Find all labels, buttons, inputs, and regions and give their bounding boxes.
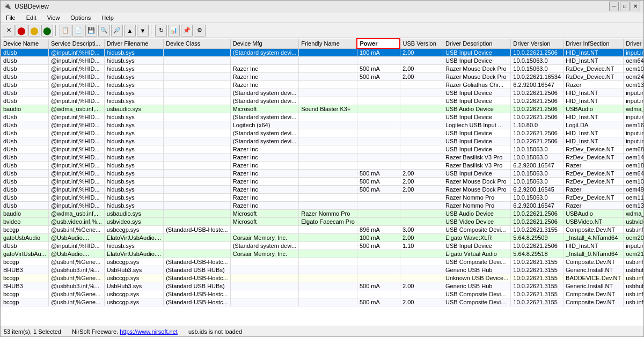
toolbar-pin[interactable]: 📌	[181, 25, 193, 36]
maximize-button[interactable]: □	[620, 2, 630, 11]
table-row[interactable]: BHUB3@usbhub3.inf,%...UsbHub3.sys(Standa…	[1, 282, 644, 290]
table-row[interactable]: bccgp@usb.inf,%Gene...usbccgp.sys(Standa…	[1, 290, 644, 298]
toolbar-up[interactable]: ▲	[124, 25, 136, 36]
col-driver-infsection[interactable]: Driver InfSection	[564, 39, 624, 48]
table-row[interactable]: dUsb@input.inf,%HID...hidusb.sys(Standar…	[1, 129, 644, 137]
table-cell: input.inf	[624, 129, 643, 137]
toolbar-chart[interactable]: 📊	[168, 25, 180, 36]
col-device-name[interactable]: Device Name	[1, 39, 49, 48]
menu-options[interactable]: Options	[67, 14, 94, 21]
table-cell: @input.inf,%HID...	[48, 81, 104, 89]
table-cell: dUsb	[1, 65, 49, 73]
table-row[interactable]: dUsb@input.inf,%HID...hidusb.sysLogitech…	[1, 121, 644, 129]
toolbar-copy[interactable]: 📋	[60, 25, 71, 36]
col-device-class[interactable]: Device Class	[164, 39, 231, 48]
table-row[interactable]: dUsb@input.inf,%HID...hidusb.sys(Standar…	[1, 137, 644, 145]
table-cell: hidusb.sys	[104, 48, 163, 57]
col-driver-version[interactable]: Driver Version	[511, 39, 564, 48]
table-cell: (Standard-USB-Hostc...	[164, 290, 231, 298]
table-row[interactable]: bccgp@usb.inf,%Gene...usbccgp.sys(Standa…	[1, 274, 644, 282]
table-row[interactable]: dUsb@input.inf,%HID...hidusb.sysRazer In…	[1, 145, 644, 153]
table-cell: dUsb	[1, 97, 49, 105]
table-cell	[299, 258, 357, 266]
table-row[interactable]: dUsb@input.inf,%HID...hidusb.sysRazer In…	[1, 81, 644, 89]
table-cell: 10.0.22621.3155	[511, 266, 564, 274]
table-cell: Razer Inc	[230, 194, 299, 202]
toolbar-refresh[interactable]: ↻	[155, 25, 167, 36]
table-row[interactable]: bccgp@usb.inf,%Gene...usbccgp.sys(Standa…	[1, 258, 644, 266]
table-cell: USB Audio Device	[443, 210, 510, 218]
menu-view[interactable]: View	[44, 14, 63, 21]
table-cell: Razer Mouse Dock Pro	[443, 186, 510, 194]
table-row[interactable]: dUsb@input.inf,%HID...hidusb.sysRazer In…	[1, 202, 644, 210]
table-cell: USB Input Device	[443, 113, 510, 121]
table-row[interactable]: bccgp@usb.inf,%Gene...usbccgp.sys(Standa…	[1, 298, 644, 306]
table-cell: Microsoft	[230, 210, 299, 218]
table-row[interactable]: dUsb@input.inf,%HID...hidusb.sysRazer In…	[1, 170, 644, 178]
table-row[interactable]: dUsb@input.inf,%HID...hidusb.sysRazer In…	[1, 162, 644, 170]
table-cell: Razer	[564, 81, 624, 89]
table-cell: RzDev_Device.NT	[564, 145, 624, 153]
col-driver-infpath[interactable]: Driver InfPath	[624, 39, 643, 48]
table-cell: (Standard system devi...	[230, 129, 299, 137]
table-row[interactable]: dUsb@input.inf,%HID...hidusb.sys(Standar…	[1, 242, 644, 250]
col-power[interactable]: Power	[357, 39, 400, 48]
table-cell: dUsb	[1, 153, 49, 162]
col-usb-version[interactable]: USB Version	[400, 39, 443, 48]
device-table-container[interactable]: Device Name Service Descripti... Driver …	[1, 38, 643, 326]
table-cell: oem68.inf	[624, 145, 643, 153]
table-body: dUsb@input.inf,%HID...hidusb.sys(Standar…	[1, 48, 644, 306]
table-cell	[164, 137, 231, 145]
table-row[interactable]: bccgp@usb.inf,%Gene...usbccgp.sys(Standa…	[1, 226, 644, 234]
table-cell: usbvideo.sys	[104, 218, 163, 226]
toolbar-new[interactable]: 📄	[72, 25, 84, 36]
col-device-mfg[interactable]: Device Mfg	[230, 39, 299, 48]
menu-help[interactable]: Help	[98, 14, 117, 21]
title-bar-left: 🔌 USBDeview	[4, 3, 49, 10]
table-row[interactable]: BHUB3@usbhub3.inf,%...UsbHub3.sys(Standa…	[1, 266, 644, 274]
minimize-button[interactable]: ─	[609, 2, 619, 11]
menu-file[interactable]: File	[3, 14, 19, 21]
toolbar-red[interactable]: ⬤	[16, 25, 27, 36]
table-row[interactable]: dUsb@input.inf,%HID...hidusb.sys(Standar…	[1, 48, 644, 57]
table-row[interactable]: gatoVirtUsbAu...@UsbAudio....ElatoVirtUs…	[1, 250, 644, 258]
table-row[interactable]: dUsb@input.inf,%HID...hidusb.sys(Standar…	[1, 113, 644, 121]
table-cell	[299, 57, 357, 65]
menu-edit[interactable]: Edit	[23, 14, 40, 21]
table-cell: (Standard system devi...	[230, 242, 299, 250]
table-cell: hidusb.sys	[104, 153, 163, 162]
col-driver-filename[interactable]: Driver Filename	[104, 39, 163, 48]
table-row[interactable]: dUsb@input.inf,%HID...hidusb.sysRazer In…	[1, 73, 644, 81]
table-row[interactable]: dUsb@input.inf,%HID...hidusb.sysRazer In…	[1, 186, 644, 194]
toolbar-disconnect[interactable]: ✕	[3, 25, 14, 36]
table-row[interactable]: dUsb@input.inf,%HID...hidusb.sysRazer In…	[1, 153, 644, 162]
table-row[interactable]: dUsb@input.inf,%HID...hidusb.sys(Standar…	[1, 89, 644, 97]
table-row[interactable]: gatoUsbAudio@UsbAudio....ElatoVirtUsbAud…	[1, 234, 644, 242]
table-row[interactable]: dUsb@input.inf,%HID...hidusb.sys(Standar…	[1, 97, 644, 105]
col-friendly-name[interactable]: Friendly Name	[299, 39, 357, 48]
table-cell: UsbHub3.sys	[104, 266, 163, 274]
table-row[interactable]: dUsb@input.inf,%HID...hidusb.sysRazer In…	[1, 194, 644, 202]
toolbar-save[interactable]: 💾	[85, 25, 97, 36]
table-row[interactable]: bvideo@usb.video.inf,%...usbvideo.sysMic…	[1, 218, 644, 226]
toolbar-find[interactable]: 🔎	[111, 25, 123, 36]
window-controls: ─ □ ✕	[609, 2, 640, 11]
table-cell: gatoUsbAudio	[1, 234, 49, 242]
toolbar-extra[interactable]: ⚙	[194, 25, 206, 36]
status-website-link[interactable]: https://www.nirsoft.net	[120, 328, 178, 335]
col-driver-desc[interactable]: Driver Description	[443, 39, 510, 48]
table-row[interactable]: dUsb@input.inf,%HID...hidusb.sysRazer In…	[1, 178, 644, 186]
table-row[interactable]: baudio@wdma_usb.inf,...usbaudio.sysMicro…	[1, 210, 644, 218]
table-cell: Composite.Dev.NT	[564, 226, 624, 234]
toolbar-yellow[interactable]: ⬤	[28, 25, 40, 36]
menu-bar: File Edit View Options Help	[1, 12, 643, 23]
table-cell: (Standard-USB-Hostc...	[164, 258, 231, 266]
table-row[interactable]: dUsb@input.inf,%HID...hidusb.sysRazer In…	[1, 65, 644, 73]
table-row[interactable]: baudio@wdma_usb.inf,...usbaudio.sysMicro…	[1, 105, 644, 113]
toolbar-search[interactable]: 🔍	[98, 25, 110, 36]
toolbar-down[interactable]: ▼	[137, 25, 149, 36]
toolbar-green[interactable]: ⬤	[41, 25, 53, 36]
col-service-desc[interactable]: Service Descripti...	[48, 39, 104, 48]
table-row[interactable]: dUsb@input.inf,%HID...hidusb.sysUSB Inpu…	[1, 57, 644, 65]
close-button[interactable]: ✕	[631, 2, 640, 11]
